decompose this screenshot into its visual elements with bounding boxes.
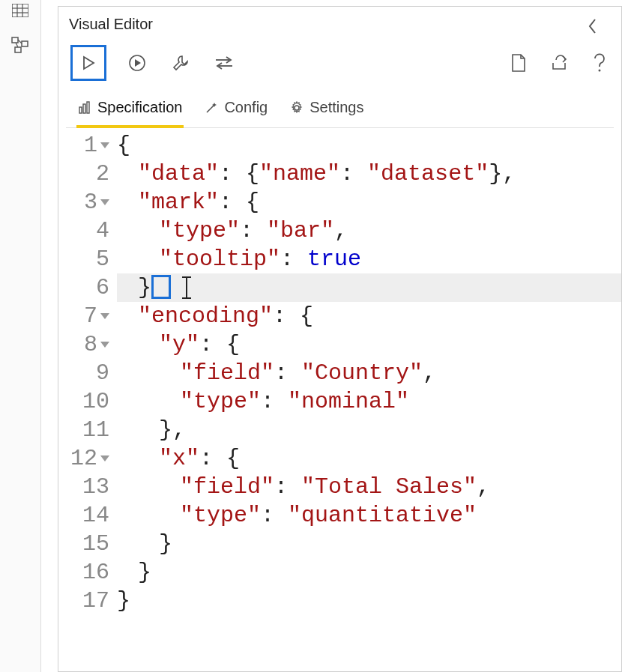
line-number: 11 — [58, 416, 109, 444]
svg-marker-10 — [84, 57, 94, 69]
line-number: 7 — [58, 302, 109, 330]
svg-line-19 — [207, 105, 214, 112]
svg-rect-7 — [15, 47, 21, 52]
line-number: 9 — [58, 359, 109, 387]
left-rail — [0, 0, 41, 672]
code-line[interactable]: } — [117, 273, 621, 302]
svg-rect-16 — [79, 107, 82, 113]
map-fields-button[interactable] — [211, 50, 237, 76]
bar-chart-icon — [78, 101, 91, 115]
code-line[interactable]: } — [117, 530, 621, 558]
tab-label: Specification — [97, 99, 182, 116]
panel-title: Visual Editor — [67, 13, 153, 39]
code-line[interactable]: "field": "Country", — [117, 359, 621, 387]
run-button[interactable] — [70, 45, 106, 81]
svg-rect-5 — [12, 37, 18, 43]
tab-specification[interactable]: Specification — [76, 94, 184, 128]
svg-rect-17 — [83, 104, 85, 113]
table-view-icon[interactable] — [10, 0, 31, 21]
line-number: 6 — [58, 273, 109, 302]
code-editor[interactable]: 1234567891011121314151617 { "data": {"na… — [58, 128, 621, 671]
svg-rect-6 — [22, 41, 28, 46]
line-number: 12 — [58, 444, 109, 473]
editor-toolbar — [66, 39, 614, 88]
repair-button[interactable] — [168, 50, 193, 76]
line-number: 1 — [58, 131, 109, 160]
code-line[interactable]: "tooltip": true — [117, 245, 621, 273]
visual-editor-panel: Visual Editor — [41, 0, 625, 672]
line-number: 2 — [58, 160, 109, 188]
tab-config[interactable]: Config — [203, 94, 269, 128]
line-number: 15 — [58, 530, 109, 558]
auto-run-button[interactable] — [124, 50, 150, 76]
editor-tabs: Specification Config Settings — [66, 88, 614, 128]
svg-marker-12 — [135, 59, 141, 67]
line-number: 3 — [58, 188, 109, 217]
code-line[interactable]: "mark": { — [117, 188, 621, 217]
line-number: 5 — [58, 245, 109, 273]
code-line[interactable]: "data": {"name": "dataset"}, — [117, 160, 621, 188]
export-button[interactable] — [548, 50, 570, 76]
tab-settings[interactable]: Settings — [289, 94, 365, 128]
code-line[interactable]: }, — [117, 416, 621, 444]
code-line[interactable]: "encoding": { — [117, 302, 621, 330]
code-line[interactable]: } — [117, 558, 621, 587]
code-line[interactable]: } — [117, 587, 621, 615]
tab-label: Config — [224, 99, 268, 116]
svg-rect-18 — [87, 102, 89, 113]
line-number: 16 — [58, 558, 109, 587]
tab-label: Settings — [310, 99, 363, 116]
line-number: 13 — [58, 473, 109, 501]
help-button[interactable] — [588, 50, 611, 76]
code-line[interactable]: "y": { — [117, 330, 621, 359]
code-line[interactable]: "type": "bar", — [117, 217, 621, 245]
line-number: 14 — [58, 501, 109, 530]
code-line[interactable]: "field": "Total Sales", — [117, 473, 621, 501]
svg-line-9 — [16, 43, 18, 47]
line-number: 10 — [58, 387, 109, 416]
code-line[interactable]: "x": { — [117, 444, 621, 473]
new-spec-button[interactable] — [507, 50, 530, 76]
cursor-highlight — [151, 275, 171, 299]
model-view-icon[interactable] — [10, 34, 31, 55]
svg-rect-0 — [12, 4, 28, 17]
code-area[interactable]: { "data": {"name": "dataset"}, "mark": {… — [117, 131, 621, 671]
wand-icon — [205, 101, 218, 115]
svg-point-15 — [599, 70, 601, 72]
line-number: 4 — [58, 217, 109, 245]
text-caret — [186, 276, 187, 299]
line-gutter: 1234567891011121314151617 — [58, 131, 117, 671]
code-line[interactable]: "type": "nominal" — [117, 387, 621, 416]
code-line[interactable]: { — [117, 131, 621, 160]
code-line[interactable]: "type": "quantitative" — [117, 501, 621, 530]
gear-icon — [290, 101, 304, 115]
collapse-panel-icon[interactable] — [582, 16, 603, 37]
line-number: 8 — [58, 330, 109, 359]
line-number: 17 — [58, 587, 109, 615]
svg-point-20 — [295, 106, 299, 110]
